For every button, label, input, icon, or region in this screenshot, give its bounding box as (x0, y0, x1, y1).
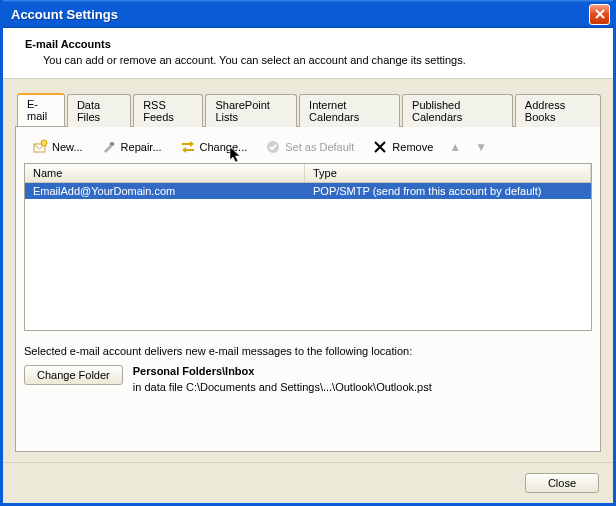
new-label: New... (52, 141, 83, 153)
arrow-up-icon: ▲ (449, 140, 461, 154)
delivery-section: Selected e-mail account delivers new e-m… (24, 345, 592, 393)
remove-label: Remove (392, 141, 433, 153)
header-panel: E-mail Accounts You can add or remove an… (3, 28, 613, 79)
repair-button[interactable]: Repair... (97, 137, 166, 157)
close-window-button[interactable] (589, 4, 610, 25)
tab-sharepoint-lists[interactable]: SharePoint Lists (205, 94, 297, 127)
header-heading: E-mail Accounts (25, 38, 597, 50)
cell-type: POP/SMTP (send from this account by defa… (305, 183, 591, 199)
tab-internet-calendars[interactable]: Internet Calendars (299, 94, 400, 127)
col-name[interactable]: Name (25, 164, 305, 182)
change-icon (180, 139, 196, 155)
data-file-path: in data file C:\Documents and Settings\.… (133, 381, 432, 393)
check-icon (265, 139, 281, 155)
tab-label: Internet Calendars (309, 99, 359, 123)
move-down-button: ▼ (473, 140, 489, 154)
delivery-text: Selected e-mail account delivers new e-m… (24, 345, 592, 357)
close-label: Close (548, 477, 576, 489)
tab-panel-email: New... Repair... Change... (15, 126, 601, 452)
change-folder-label: Change Folder (37, 369, 110, 381)
set-default-button: Set as Default (261, 137, 358, 157)
tab-label: Address Books (525, 99, 565, 123)
move-up-button: ▲ (447, 140, 463, 154)
tab-strip: E-mail Data Files RSS Feeds SharePoint L… (17, 93, 601, 126)
new-button[interactable]: New... (28, 137, 87, 157)
tab-label: E-mail (27, 98, 47, 122)
toolbar: New... Repair... Change... (24, 135, 592, 163)
repair-label: Repair... (121, 141, 162, 153)
tab-label: Published Calendars (412, 99, 462, 123)
set-default-label: Set as Default (285, 141, 354, 153)
body-area: E-mail Data Files RSS Feeds SharePoint L… (3, 79, 613, 462)
folder-path: Personal Folders\Inbox (133, 365, 432, 377)
change-button[interactable]: Change... (176, 137, 252, 157)
header-subtext: You can add or remove an account. You ca… (25, 54, 597, 66)
tab-label: RSS Feeds (143, 99, 174, 123)
close-icon (595, 7, 605, 22)
change-label: Change... (200, 141, 248, 153)
close-button[interactable]: Close (525, 473, 599, 493)
account-settings-window: Account Settings E-mail Accounts You can… (0, 0, 616, 506)
titlebar: Account Settings (3, 0, 613, 28)
tab-address-books[interactable]: Address Books (515, 94, 601, 127)
col-name-label: Name (33, 167, 62, 179)
arrow-down-icon: ▼ (475, 140, 487, 154)
change-folder-button[interactable]: Change Folder (24, 365, 123, 385)
tab-email[interactable]: E-mail (17, 93, 65, 126)
window-title: Account Settings (11, 7, 589, 22)
tab-rss-feeds[interactable]: RSS Feeds (133, 94, 203, 127)
footer: Close (3, 462, 613, 503)
tab-data-files[interactable]: Data Files (67, 94, 131, 127)
tab-label: SharePoint Lists (215, 99, 269, 123)
repair-icon (101, 139, 117, 155)
cell-name: EmailAdd@YourDomain.com (25, 183, 305, 199)
folder-info: Personal Folders\Inbox in data file C:\D… (133, 365, 432, 393)
remove-icon (372, 139, 388, 155)
new-icon (32, 139, 48, 155)
remove-button[interactable]: Remove (368, 137, 437, 157)
list-row[interactable]: EmailAdd@YourDomain.com POP/SMTP (send f… (25, 183, 591, 199)
list-header: Name Type (25, 164, 591, 183)
tab-label: Data Files (77, 99, 100, 123)
accounts-list[interactable]: Name Type EmailAdd@YourDomain.com POP/SM… (24, 163, 592, 331)
svg-point-1 (41, 140, 47, 146)
col-type[interactable]: Type (305, 164, 591, 182)
col-type-label: Type (313, 167, 337, 179)
tab-published-calendars[interactable]: Published Calendars (402, 94, 513, 127)
